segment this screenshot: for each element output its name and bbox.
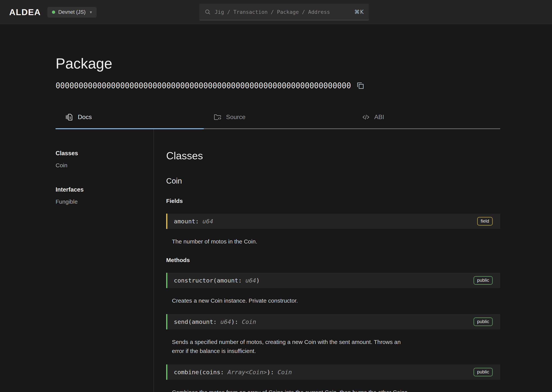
method-signature: send(amount: u64): Coin	[174, 318, 256, 325]
sidebar-item-coin[interactable]: Coin	[56, 162, 153, 169]
method-row-combine[interactable]: combine(coins: Array<Coin>): Coin public	[166, 364, 500, 380]
method-signature: constructor(amount: u64)	[174, 277, 260, 284]
search-input[interactable]	[215, 9, 350, 15]
methods-heading: Methods	[166, 257, 500, 264]
package-hash: 0000000000000000000000000000000000000000…	[56, 81, 351, 90]
method-row-constructor[interactable]: constructor(amount: u64) public	[166, 273, 500, 288]
top-navbar: ALDEA Devnet (JS) ▾ ⌘K	[0, 0, 552, 24]
global-search[interactable]: ⌘K	[199, 4, 369, 20]
tab-docs-label: Docs	[78, 113, 92, 121]
field-row-amount[interactable]: amount: u64 field	[166, 214, 500, 229]
method-description-combine: Combines the motos from an array of Coin…	[172, 388, 410, 392]
field-description: The number of motos in the Coin.	[172, 237, 410, 246]
search-shortcut-badge: ⌘K	[354, 9, 364, 15]
page-container: Package 00000000000000000000000000000000…	[56, 56, 500, 392]
tab-bar: Docs Source ABI	[56, 113, 500, 129]
aldea-logo[interactable]: ALDEA	[9, 7, 41, 17]
tab-abi-label: ABI	[374, 113, 384, 121]
package-hash-row: 0000000000000000000000000000000000000000…	[56, 81, 500, 90]
copy-hash-button[interactable]	[356, 81, 365, 90]
chevron-down-icon: ▾	[90, 10, 92, 15]
method-description-send: Sends a specified number of motos, creat…	[172, 337, 410, 356]
fields-heading: Fields	[166, 197, 500, 205]
tab-source-label: Source	[226, 113, 245, 121]
sidebar-section-interfaces: Interfaces	[56, 186, 153, 193]
method-row-send[interactable]: send(amount: u64): Coin public	[166, 314, 500, 329]
network-status-dot	[52, 11, 55, 14]
field-badge: field	[477, 217, 493, 225]
abi-icon	[362, 113, 370, 121]
content-columns: Classes Coin Interfaces Fungible Classes…	[56, 129, 500, 392]
tab-abi[interactable]: ABI	[352, 113, 500, 129]
sidebar-section-classes: Classes	[56, 150, 153, 157]
public-badge: public	[474, 318, 493, 326]
page-title: Package	[56, 56, 500, 72]
tab-docs[interactable]: Docs	[56, 113, 204, 129]
docs-icon	[65, 113, 74, 121]
sidebar-item-fungible[interactable]: Fungible	[56, 198, 153, 205]
source-icon	[213, 113, 222, 121]
docs-main: Classes Coin Fields amount: u64 field Th…	[154, 129, 500, 392]
method-description-constructor: Creates a new Coin instance. Private con…	[172, 296, 410, 305]
field-signature: amount: u64	[174, 218, 213, 225]
copy-icon	[356, 81, 365, 90]
network-selector[interactable]: Devnet (JS) ▾	[47, 7, 97, 18]
docs-sidebar: Classes Coin Interfaces Fungible	[56, 129, 154, 392]
network-label: Devnet (JS)	[58, 9, 86, 15]
search-icon	[204, 9, 211, 15]
tab-source[interactable]: Source	[204, 113, 352, 129]
public-badge: public	[474, 368, 493, 376]
method-signature: combine(coins: Array<Coin>): Coin	[174, 369, 292, 376]
coin-class-heading: Coin	[166, 176, 500, 185]
public-badge: public	[474, 276, 493, 285]
classes-heading: Classes	[166, 149, 500, 162]
